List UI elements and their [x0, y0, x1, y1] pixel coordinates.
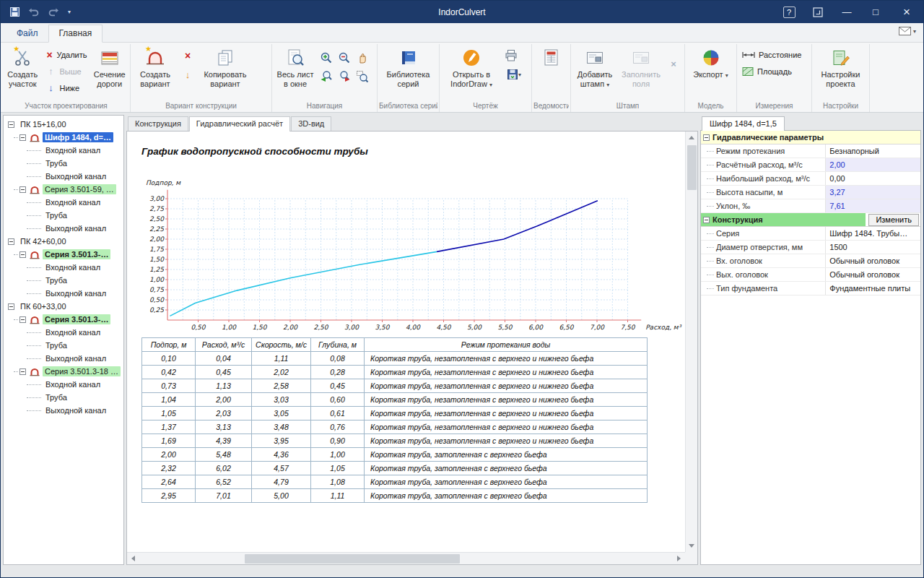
property-row[interactable]: Расчётный расход, м³/с2,00: [701, 158, 920, 172]
scroll-right-button[interactable]: [673, 553, 685, 565]
pan-button[interactable]: [354, 48, 371, 66]
reports-button[interactable]: [536, 45, 567, 69]
print-button[interactable]: [502, 47, 520, 64]
horizontal-scroll-thumb[interactable]: [245, 554, 460, 564]
vertical-scroll-thumb[interactable]: [687, 145, 697, 190]
create-section-button[interactable]: ★ Создать участок: [4, 45, 42, 90]
qat-dropdown-icon[interactable]: ▾: [64, 9, 74, 15]
tree-item[interactable]: Выходной канал: [5, 287, 122, 300]
property-group-row[interactable]: Гидравлические параметры: [701, 131, 920, 144]
fit-page-button[interactable]: Весь лист в окне: [274, 45, 317, 90]
zoom-region-button[interactable]: [354, 67, 371, 85]
tab-construction[interactable]: Конструкция: [128, 116, 188, 131]
delete-variant-button[interactable]: ×: [179, 47, 196, 64]
save-drawing-button[interactable]: ▾: [502, 66, 526, 83]
tab-file[interactable]: Файл: [6, 25, 48, 42]
property-row[interactable]: СерияШифр 1484. Трубы…: [701, 227, 920, 241]
tree-item[interactable]: Входной канал: [5, 326, 122, 339]
expander-icon[interactable]: [19, 251, 26, 258]
property-value[interactable]: Шифр 1484. Трубы…: [826, 227, 920, 240]
property-value[interactable]: 2,00: [826, 158, 920, 171]
property-value[interactable]: 0,00: [826, 172, 920, 185]
property-row[interactable]: Диаметр отверстия, мм1500: [701, 241, 920, 254]
property-value[interactable]: Безнапорный: [826, 144, 920, 158]
expander-icon[interactable]: [19, 316, 26, 323]
close-button[interactable]: ×: [890, 1, 923, 23]
save-button[interactable]: [6, 4, 23, 20]
tree-item[interactable]: Серия 3.501.3-…: [5, 248, 122, 261]
tree-item[interactable]: ПК 60+33,00: [5, 300, 122, 313]
tree-item[interactable]: Выходной канал: [5, 170, 122, 183]
property-value[interactable]: Обычный оголовок: [826, 268, 920, 281]
property-value[interactable]: Фундаментные плиты: [826, 282, 920, 295]
help-button[interactable]: ?: [775, 1, 803, 23]
tab-home[interactable]: Главная: [48, 25, 103, 43]
zoom-next-button[interactable]: [336, 67, 353, 85]
property-row[interactable]: Вых. оголовокОбычный оголовок: [701, 268, 920, 282]
property-value[interactable]: 1500: [826, 241, 920, 254]
tree-item[interactable]: Труба: [5, 391, 122, 404]
property-row[interactable]: Режим протеканияБезнапорный: [701, 144, 920, 158]
distance-button[interactable]: Расстояние: [738, 47, 810, 62]
move-down-button[interactable]: ↓ Ниже: [43, 80, 90, 95]
tree-item[interactable]: Серия 3.501.3-18 …: [5, 365, 122, 378]
expander-icon[interactable]: [703, 134, 710, 141]
scroll-left-button[interactable]: [127, 553, 139, 565]
property-value[interactable]: Обычный оголовок: [826, 254, 920, 267]
property-row[interactable]: Вх. оголовокОбычный оголовок: [701, 254, 920, 268]
open-indordraw-button[interactable]: Открыть в IndorDraw ▾: [441, 45, 502, 90]
add-stamp-button[interactable]: Добавить штамп ▾: [572, 45, 617, 90]
delete-stamp-button[interactable]: ×: [665, 55, 682, 72]
project-settings-button[interactable]: Настройки проекта: [816, 45, 866, 90]
expander-icon[interactable]: [19, 134, 26, 141]
move-variant-down-button[interactable]: ↓: [179, 66, 196, 83]
scroll-up-button[interactable]: [686, 131, 698, 144]
property-row[interactable]: Наибольший расход, м³/с0,00: [701, 172, 920, 186]
redo-button[interactable]: [45, 4, 62, 20]
tree-item[interactable]: Входной канал: [5, 261, 122, 274]
expander-icon[interactable]: [703, 217, 710, 223]
zoom-previous-button[interactable]: [318, 67, 335, 85]
property-row[interactable]: Тип фундаментаФундаментные плиты: [701, 282, 920, 296]
tree-item[interactable]: Входной канал: [5, 196, 122, 209]
expander-icon[interactable]: [8, 303, 14, 310]
tab-hydraulic-calc[interactable]: Гидравлический расчёт: [189, 116, 290, 131]
zoom-in-button[interactable]: [318, 48, 335, 66]
area-button[interactable]: Площадь: [738, 64, 810, 79]
horizontal-scrollbar[interactable]: [127, 552, 685, 564]
tree-item[interactable]: Выходной канал: [5, 222, 122, 235]
tree-item[interactable]: ПК 15+16,00: [5, 118, 122, 131]
tree-item[interactable]: Труба: [5, 274, 122, 287]
feedback-button[interactable]: ▾: [899, 27, 916, 35]
road-section-button[interactable]: Сечение дороги: [91, 45, 129, 90]
tree-item[interactable]: Труба: [5, 157, 122, 170]
series-library-button[interactable]: Библиотека серий: [380, 45, 437, 90]
layout-button[interactable]: [803, 1, 832, 23]
expander-icon[interactable]: [8, 121, 14, 128]
property-row[interactable]: Высота насыпи, м3,27: [701, 186, 920, 199]
change-button[interactable]: Изменить: [868, 214, 919, 226]
fill-fields-button[interactable]: Заполнить поля: [618, 45, 664, 90]
property-row[interactable]: Уклон, ‰7,61: [701, 199, 920, 213]
expander-icon[interactable]: [8, 238, 14, 245]
tree-item[interactable]: ПК 42+60,00: [5, 235, 122, 248]
tree-item[interactable]: Шифр 1484, d=…: [5, 131, 122, 144]
property-value[interactable]: 3,27: [826, 186, 920, 199]
delete-section-button[interactable]: × Удалить: [43, 47, 90, 62]
property-value[interactable]: 7,61: [826, 199, 920, 212]
tree-item[interactable]: Входной канал: [5, 378, 122, 391]
tree-item[interactable]: Выходной канал: [5, 352, 122, 365]
maximize-button[interactable]: □: [861, 1, 890, 23]
copy-variant-button[interactable]: Копировать вариант: [197, 45, 253, 90]
tree-item[interactable]: Труба: [5, 209, 122, 222]
expander-icon[interactable]: [19, 368, 26, 375]
minimize-button[interactable]: —: [832, 1, 861, 23]
scroll-down-button[interactable]: [686, 540, 698, 552]
undo-button[interactable]: [25, 4, 43, 20]
move-up-button[interactable]: ↑ Выше: [43, 64, 90, 79]
export-button[interactable]: Экспорт ▾: [688, 45, 734, 81]
vertical-scrollbar[interactable]: [685, 131, 697, 552]
tree-item[interactable]: Выходной канал: [5, 404, 122, 417]
tree-item[interactable]: Труба: [5, 339, 122, 352]
zoom-out-button[interactable]: [336, 48, 353, 66]
